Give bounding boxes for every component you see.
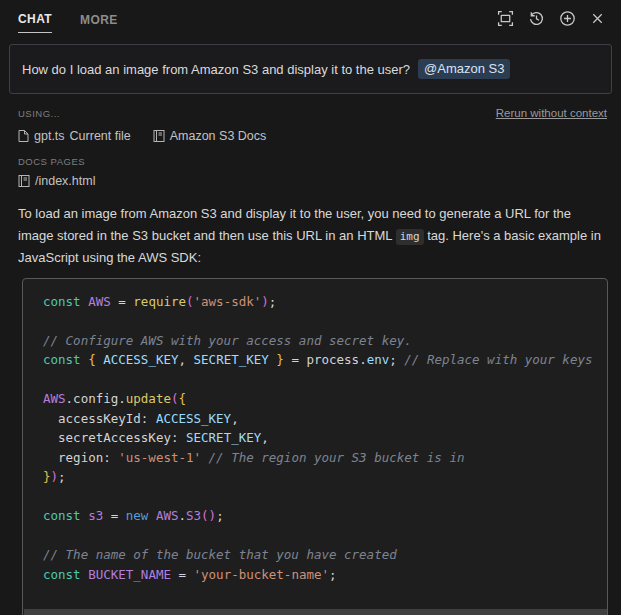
code-horizontal-scrollbar[interactable] (24, 609, 607, 615)
book-icon (18, 174, 30, 188)
context-item-current-file[interactable]: gpt.ts Current file (18, 129, 131, 143)
context-item-docs-name: Amazon S3 Docs (170, 129, 267, 143)
tab-chat[interactable]: CHAT (18, 3, 52, 33)
prompt-text: How do I load an image from Amazon S3 an… (22, 62, 410, 77)
chat-panel-header: CHAT MORE (0, 0, 621, 36)
close-icon[interactable] (590, 11, 605, 26)
rerun-without-context-link[interactable]: Rerun without context (496, 107, 607, 119)
screenshot-frame-icon[interactable] (497, 10, 514, 27)
docs-page-item[interactable]: /index.html (18, 174, 95, 188)
book-icon (153, 129, 165, 143)
context-item-filename: gpt.ts (34, 129, 65, 143)
mention-chip-amazon-s3[interactable]: @Amazon S3 (418, 59, 510, 79)
file-icon (18, 129, 29, 143)
docs-page-path: /index.html (35, 174, 95, 188)
code-block[interactable]: const AWS = require('aws-sdk'); // Confi… (22, 278, 608, 615)
code-lines: const AWS = require('aws-sdk'); // Confi… (43, 292, 599, 615)
using-label: USING... (18, 108, 60, 119)
context-item-suffix: Current file (70, 129, 131, 143)
context-item-s3-docs[interactable]: Amazon S3 Docs (153, 129, 267, 143)
docs-pages-label: DOCS PAGES (18, 156, 607, 167)
assistant-response-paragraph: To load an image from Amazon S3 and disp… (18, 203, 610, 269)
inline-code-img: img (396, 229, 424, 245)
history-icon[interactable] (528, 10, 545, 27)
tab-more[interactable]: MORE (80, 4, 118, 33)
new-chat-plus-icon[interactable] (559, 10, 576, 27)
prompt-input[interactable]: How do I load an image from Amazon S3 an… (9, 44, 612, 94)
